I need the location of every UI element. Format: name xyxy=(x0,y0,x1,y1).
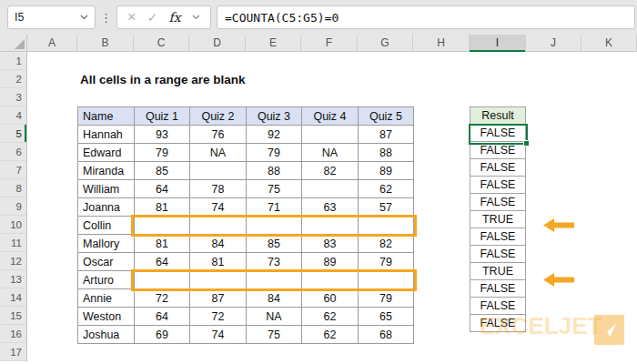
result-cell[interactable]: FALSE xyxy=(470,228,526,246)
row-header-9[interactable]: 9 xyxy=(0,197,26,216)
table-header-name[interactable]: Name xyxy=(78,107,135,126)
chevron-down-icon[interactable] xyxy=(80,15,88,20)
enter-icon[interactable]: ✓ xyxy=(147,11,158,24)
row-header-14[interactable]: 14 xyxy=(0,288,26,307)
sheet-title[interactable]: All cells in a range are blank xyxy=(80,71,246,89)
name-box[interactable]: I5 xyxy=(7,5,96,29)
name-cell[interactable]: Weston xyxy=(78,308,135,326)
name-cell[interactable]: Edward xyxy=(78,144,135,162)
name-cell[interactable]: Joanna xyxy=(78,198,135,217)
table-header-quiz-5[interactable]: Quiz 5 xyxy=(359,107,414,126)
result-cell[interactable]: TRUE xyxy=(470,210,526,228)
score-cell[interactable]: 63 xyxy=(302,198,359,217)
score-cell[interactable]: 88 xyxy=(359,144,414,162)
score-cell[interactable]: 85 xyxy=(135,162,190,180)
score-cell[interactable]: 79 xyxy=(247,144,302,162)
score-cell[interactable]: 71 xyxy=(247,198,302,217)
column-header-H[interactable]: H xyxy=(413,35,470,52)
score-cell[interactable]: NA xyxy=(190,144,247,162)
score-cell[interactable] xyxy=(190,271,247,289)
score-cell[interactable]: 79 xyxy=(359,289,414,308)
row-header-13[interactable]: 13 xyxy=(0,270,26,288)
result-cell[interactable]: FALSE xyxy=(470,176,526,194)
score-cell[interactable] xyxy=(302,180,359,198)
name-cell[interactable]: Annie xyxy=(78,289,135,308)
score-cell[interactable]: 74 xyxy=(190,326,247,344)
score-cell[interactable]: 78 xyxy=(190,180,247,198)
column-header-D[interactable]: D xyxy=(189,35,246,52)
name-cell[interactable]: Miranda xyxy=(78,162,135,180)
score-cell[interactable]: 89 xyxy=(302,253,359,271)
score-cell[interactable]: 83 xyxy=(302,235,359,253)
row-header-17[interactable]: 17 xyxy=(0,343,26,361)
score-cell[interactable]: 62 xyxy=(359,180,414,198)
score-cell[interactable]: 64 xyxy=(135,180,190,198)
score-cell[interactable]: 87 xyxy=(190,289,247,308)
table-header-quiz-2[interactable]: Quiz 2 xyxy=(190,107,247,126)
score-cell[interactable]: 87 xyxy=(359,126,414,144)
column-header-J[interactable]: J xyxy=(526,35,581,52)
score-cell[interactable]: 81 xyxy=(135,198,190,217)
row-header-8[interactable]: 8 xyxy=(0,179,26,197)
score-cell[interactable]: 65 xyxy=(359,308,414,326)
score-cell[interactable]: 64 xyxy=(135,253,190,271)
score-cell[interactable] xyxy=(135,217,190,235)
score-cell[interactable] xyxy=(190,217,247,235)
row-header-1[interactable]: 1 xyxy=(0,52,26,70)
score-cell[interactable]: 64 xyxy=(135,308,190,326)
result-cell[interactable]: FALSE xyxy=(470,124,526,142)
score-cell[interactable]: 85 xyxy=(247,235,302,253)
column-header-A[interactable]: A xyxy=(27,35,77,52)
result-cell[interactable]: FALSE xyxy=(470,141,526,159)
score-cell[interactable]: 75 xyxy=(247,180,302,198)
score-cell[interactable]: 81 xyxy=(135,235,190,253)
score-cell[interactable]: 74 xyxy=(190,198,247,217)
score-cell[interactable]: 69 xyxy=(135,326,190,344)
name-cell[interactable]: Arturo xyxy=(78,271,135,289)
score-cell[interactable] xyxy=(135,271,190,289)
score-cell[interactable]: 81 xyxy=(190,253,247,271)
column-header-B[interactable]: B xyxy=(77,35,134,52)
score-cell[interactable]: 62 xyxy=(302,326,359,344)
row-header-3[interactable]: 3 xyxy=(0,88,26,106)
score-cell[interactable]: 76 xyxy=(190,126,247,144)
table-header-quiz-1[interactable]: Quiz 1 xyxy=(135,107,190,126)
row-header-7[interactable]: 7 xyxy=(0,161,26,179)
row-header-4[interactable]: 4 xyxy=(0,106,26,125)
score-cell[interactable]: 92 xyxy=(247,126,302,144)
chevron-down-icon[interactable] xyxy=(192,15,200,20)
score-cell[interactable]: 79 xyxy=(135,144,190,162)
row-header-15[interactable]: 15 xyxy=(0,307,26,325)
name-cell[interactable]: Hannah xyxy=(78,126,135,144)
row-header-6[interactable]: 6 xyxy=(0,143,26,161)
score-cell[interactable] xyxy=(359,271,414,289)
score-cell[interactable] xyxy=(302,217,359,235)
score-cell[interactable]: 72 xyxy=(190,308,247,326)
table-header-quiz-4[interactable]: Quiz 4 xyxy=(302,107,359,126)
score-cell[interactable]: 57 xyxy=(359,198,414,217)
score-cell[interactable]: 79 xyxy=(359,253,414,271)
score-cell[interactable] xyxy=(190,162,247,180)
formula-input[interactable]: =COUNTA(C5:G5)=0 xyxy=(217,5,635,29)
column-header-K[interactable]: K xyxy=(581,35,637,52)
row-header-2[interactable]: 2 xyxy=(0,70,26,88)
row-header-10[interactable]: 10 xyxy=(0,216,26,234)
result-cell[interactable]: TRUE xyxy=(470,262,526,280)
score-cell[interactable]: 93 xyxy=(135,126,190,144)
result-cell[interactable]: FALSE xyxy=(470,158,526,177)
result-cell[interactable]: FALSE xyxy=(470,279,526,298)
row-header-16[interactable]: 16 xyxy=(0,325,26,343)
name-cell[interactable]: William xyxy=(78,180,135,198)
result-cell[interactable]: FALSE xyxy=(470,193,526,211)
column-header-I[interactable]: I xyxy=(470,35,526,52)
score-cell[interactable] xyxy=(359,217,414,235)
score-cell[interactable]: 62 xyxy=(302,308,359,326)
score-cell[interactable]: 88 xyxy=(247,162,302,180)
score-cell[interactable]: 75 xyxy=(247,326,302,344)
result-cell[interactable]: FALSE xyxy=(470,245,526,263)
score-cell[interactable]: 72 xyxy=(135,289,190,308)
result-header[interactable]: Result xyxy=(470,106,526,125)
score-cell[interactable]: 84 xyxy=(190,235,247,253)
column-header-C[interactable]: C xyxy=(134,35,189,52)
row-header-12[interactable]: 12 xyxy=(0,252,26,270)
